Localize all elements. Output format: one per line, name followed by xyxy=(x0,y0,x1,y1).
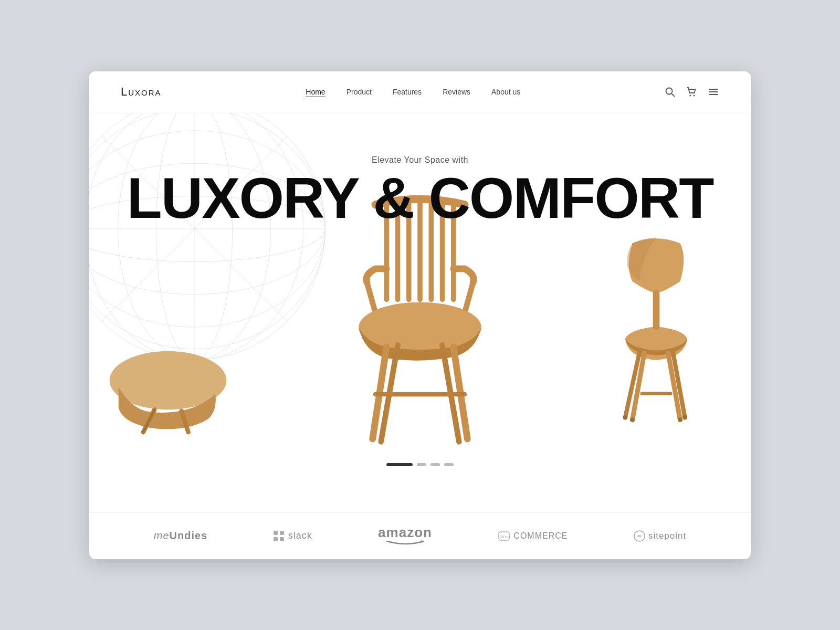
svg-rect-49 xyxy=(274,531,278,535)
brand-woocommerce: Woo COMMERCE xyxy=(498,530,568,542)
svg-point-47 xyxy=(623,415,627,419)
hero-subtitle: Elevate Your Space with xyxy=(127,155,713,165)
svg-point-45 xyxy=(630,417,635,422)
slider-dot-4[interactable] xyxy=(444,463,454,466)
svg-text:Woo: Woo xyxy=(500,534,510,539)
brand-slack: slack xyxy=(274,530,312,541)
svg-point-48 xyxy=(682,415,687,419)
svg-line-1 xyxy=(671,94,675,97)
nav-reviews[interactable]: Reviews xyxy=(443,88,470,96)
brand-amazon: amazon xyxy=(378,526,432,547)
cherner-chair xyxy=(604,229,709,432)
slider-dot-2[interactable] xyxy=(417,463,426,466)
nav-product[interactable]: Product xyxy=(346,88,372,96)
search-icon[interactable] xyxy=(665,87,675,97)
furniture-container xyxy=(89,227,751,458)
brand-meundies: meUndies xyxy=(154,530,207,542)
svg-point-46 xyxy=(678,417,682,422)
browser-window: Luxora Home Product Features Reviews Abo… xyxy=(89,71,751,559)
hero-section: Elevate Your Space with LUXORY & COMFORT xyxy=(89,113,751,512)
svg-rect-52 xyxy=(280,537,284,541)
nav-features[interactable]: Features xyxy=(393,88,422,96)
slider-dot-3[interactable] xyxy=(430,463,440,466)
brands-bar: meUndies slack amazon Woo COMMERCE xyxy=(89,512,751,559)
nav-about[interactable]: About us xyxy=(491,88,520,96)
menu-icon[interactable] xyxy=(708,86,719,98)
brand-sitepoint: sitepoint xyxy=(634,530,686,542)
side-table xyxy=(105,344,231,436)
hero-text-block: Elevate Your Space with LUXORY & COMFORT xyxy=(127,155,713,227)
svg-point-3 xyxy=(693,95,695,97)
slider-dots xyxy=(386,463,454,466)
svg-point-2 xyxy=(689,95,691,97)
nav-links: Home Product Features Reviews About us xyxy=(306,88,520,96)
svg-rect-51 xyxy=(274,537,278,541)
navbar: Luxora Home Product Features Reviews Abo… xyxy=(89,71,751,113)
nav-home[interactable]: Home xyxy=(306,88,325,96)
nav-icons xyxy=(665,86,719,98)
svg-rect-50 xyxy=(280,531,284,535)
hero-title: LUXORY & COMFORT xyxy=(127,169,713,227)
cart-icon[interactable] xyxy=(686,86,697,98)
slider-dot-1[interactable] xyxy=(386,463,413,466)
svg-point-0 xyxy=(666,88,672,94)
brand-logo[interactable]: Luxora xyxy=(121,85,162,99)
